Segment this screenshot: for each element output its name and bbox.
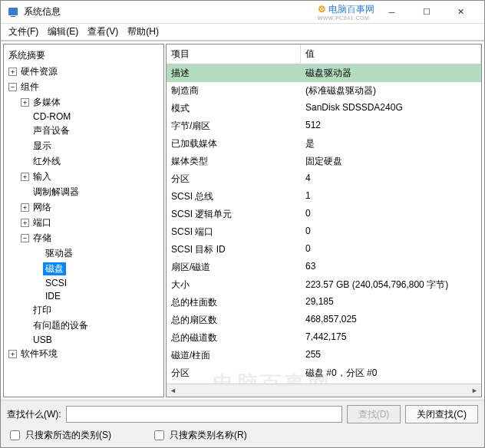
- tree-node-infrared[interactable]: 红外线: [19, 154, 162, 169]
- tree-node-disks[interactable]: 磁盘: [31, 262, 162, 276]
- grid-row[interactable]: 制造商(标准磁盘驱动器): [167, 82, 481, 100]
- menu-file[interactable]: 文件(F): [4, 24, 43, 40]
- find-label: 查找什么(W):: [7, 408, 61, 421]
- grid-cell-key: SCSI 逻辑单元: [167, 206, 301, 223]
- grid-cell-value: 1: [301, 188, 481, 206]
- menu-edit[interactable]: 编辑(E): [43, 24, 83, 40]
- col-header-item[interactable]: 项目: [167, 44, 301, 64]
- tree-node-usb[interactable]: USB: [19, 334, 162, 346]
- category-tree: +硬件资源 −组件 +多媒体 CD-ROM 声音设备 显示 红外线 +输入: [5, 64, 162, 361]
- grid-body[interactable]: 描述磁盘驱动器制造商(标准磁盘驱动器)模式SanDisk SDSSDA240G字…: [167, 64, 481, 384]
- col-header-value[interactable]: 值: [301, 44, 481, 64]
- grid-row[interactable]: 描述磁盘驱动器: [167, 64, 481, 82]
- category-tree-pane: 系统摘要 +硬件资源 −组件 +多媒体 CD-ROM 声音设备: [3, 44, 164, 397]
- tree-node-drives[interactable]: 驱动器: [31, 246, 162, 261]
- menu-view[interactable]: 查看(V): [83, 24, 123, 40]
- checkbox-category-names-input[interactable]: [154, 430, 164, 440]
- grid-cell-value: 固定硬盘: [301, 153, 481, 170]
- maximize-button[interactable]: ☐: [409, 2, 444, 23]
- tree-node-ports[interactable]: +端口: [19, 216, 162, 230]
- find-panel: 查找什么(W): 查找(D) 关闭查找(C) 只搜索所选的类别(S) 只搜索类别…: [1, 400, 484, 447]
- grid-cell-key: 媒体类型: [167, 153, 301, 170]
- menubar: 文件(F) 编辑(E) 查看(V) 帮助(H): [1, 24, 484, 41]
- window-title: 系统信息: [24, 5, 61, 18]
- scroll-left-icon[interactable]: ◄: [167, 384, 180, 397]
- close-find-button[interactable]: 关闭查找(C): [405, 405, 478, 423]
- watermark-logo: ⚙ 电脑百事网 WWW.PC841.COM: [318, 3, 374, 21]
- grid-cell-key: 大小: [167, 276, 301, 294]
- grid-row[interactable]: 总的扇区数468,857,025: [167, 311, 481, 329]
- close-button[interactable]: ✕: [444, 2, 478, 23]
- grid-cell-key: 字节/扇区: [167, 117, 301, 135]
- content-area: 系统摘要 +硬件资源 −组件 +多媒体 CD-ROM 声音设备: [1, 41, 484, 400]
- grid-row[interactable]: SCSI 端口0: [167, 223, 481, 241]
- grid-cell-value: 468,857,025: [301, 311, 481, 329]
- app-icon: [7, 6, 19, 18]
- grid-row[interactable]: 总的柱面数29,185: [167, 294, 481, 311]
- grid-row[interactable]: SCSI 总线1: [167, 188, 481, 206]
- checkbox-selected-category[interactable]: 只搜索所选的类别(S): [7, 428, 111, 443]
- tree-header[interactable]: 系统摘要: [5, 48, 162, 64]
- tree-node-sound[interactable]: 声音设备: [19, 124, 162, 138]
- grid-cell-key: SCSI 端口: [167, 223, 301, 241]
- grid-row[interactable]: 扇区/磁道63: [167, 259, 481, 276]
- grid-row[interactable]: SCSI 目标 ID0: [167, 241, 481, 259]
- grid-cell-value: (标准磁盘驱动器): [301, 82, 481, 100]
- grid-cell-value: SanDisk SDSSDA240G: [301, 100, 481, 117]
- grid-cell-key: 磁道/柱面: [167, 347, 301, 364]
- grid-cell-value: 512: [301, 117, 481, 135]
- svg-rect-0: [8, 8, 18, 15]
- grid-row[interactable]: 总的磁道数7,442,175: [167, 329, 481, 347]
- grid-cell-value: 29,185: [301, 294, 481, 311]
- tree-node-multimedia[interactable]: +多媒体: [19, 95, 162, 110]
- menu-help[interactable]: 帮助(H): [123, 24, 163, 40]
- checkbox-category-names[interactable]: 只搜索类别名称(R): [151, 428, 247, 443]
- find-button[interactable]: 查找(D): [347, 405, 401, 423]
- grid-row[interactable]: 已加载媒体是: [167, 135, 481, 153]
- grid-cell-key: 分区: [167, 364, 301, 382]
- tree-node-problem[interactable]: 有问题的设备: [19, 318, 162, 333]
- grid-row[interactable]: 字节/扇区512: [167, 117, 481, 135]
- tree-node-cdrom[interactable]: CD-ROM: [19, 110, 162, 123]
- tree-node-printing[interactable]: 打印: [19, 303, 162, 318]
- tree-node-software[interactable]: +软件环境: [7, 347, 162, 361]
- grid-cell-key: SCSI 目标 ID: [167, 241, 301, 259]
- grid-cell-value: 63: [301, 259, 481, 276]
- grid-cell-value: 0: [301, 223, 481, 241]
- window-controls: ─ ☐ ✕: [374, 2, 478, 23]
- tree-node-network[interactable]: +网络: [19, 200, 162, 215]
- grid-row[interactable]: 分区磁盘 #0，分区 #0: [167, 364, 481, 382]
- horizontal-scrollbar[interactable]: ◄ ►: [167, 384, 481, 397]
- tree-node-modem[interactable]: 调制解调器: [19, 185, 162, 199]
- grid-cell-value: 223.57 GB (240,054,796,800 字节): [301, 276, 481, 294]
- grid-cell-value: 4: [301, 170, 481, 188]
- grid-cell-key: 总的磁道数: [167, 329, 301, 347]
- find-input[interactable]: [66, 406, 342, 423]
- grid-row[interactable]: 媒体类型固定硬盘: [167, 153, 481, 170]
- tree-node-components[interactable]: −组件: [7, 80, 162, 94]
- tree-node-scsi[interactable]: SCSI: [31, 277, 162, 289]
- tree-node-storage[interactable]: −存储: [19, 231, 162, 245]
- minimize-button[interactable]: ─: [374, 2, 409, 23]
- grid-cell-key: SCSI 总线: [167, 188, 301, 206]
- grid-cell-key: 总的柱面数: [167, 294, 301, 311]
- grid-row[interactable]: 模式SanDisk SDSSDA240G: [167, 100, 481, 117]
- grid-row[interactable]: 磁道/柱面255: [167, 347, 481, 364]
- grid-cell-key: 模式: [167, 100, 301, 117]
- system-information-window: 系统信息 ⚙ 电脑百事网 WWW.PC841.COM ─ ☐ ✕ 文件(F) 编…: [0, 0, 485, 448]
- grid-cell-key: 分区: [167, 170, 301, 188]
- checkbox-selected-category-input[interactable]: [10, 430, 20, 440]
- tree-node-input[interactable]: +输入: [19, 170, 162, 184]
- grid-cell-value: 0: [301, 241, 481, 259]
- svg-rect-1: [11, 16, 15, 17]
- tree-node-hardware[interactable]: +硬件资源: [7, 64, 162, 79]
- tree-node-ide[interactable]: IDE: [31, 290, 162, 302]
- grid-row[interactable]: 大小223.57 GB (240,054,796,800 字节): [167, 276, 481, 294]
- grid-row[interactable]: SCSI 逻辑单元0: [167, 206, 481, 223]
- grid-cell-key: 扇区/磁道: [167, 259, 301, 276]
- grid-cell-value: 0: [301, 206, 481, 223]
- grid-header: 项目 值: [167, 44, 481, 64]
- grid-row[interactable]: 分区4: [167, 170, 481, 188]
- tree-node-display[interactable]: 显示: [19, 139, 162, 153]
- scroll-right-icon[interactable]: ►: [468, 384, 481, 397]
